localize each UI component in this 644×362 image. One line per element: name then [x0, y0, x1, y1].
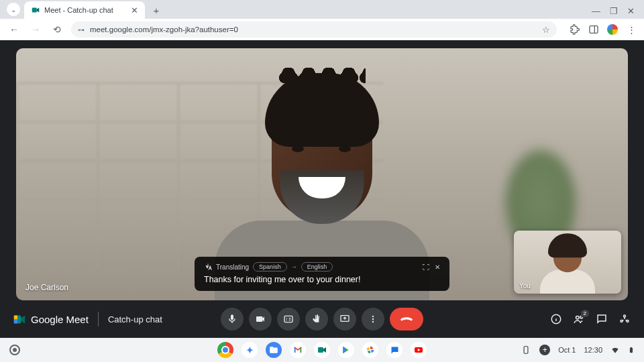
meet-app: Joe Carlson Translating Spanish → Englis… — [0, 40, 644, 338]
meet-logo-icon — [13, 314, 25, 324]
bookmark-star-icon[interactable]: ☆ — [542, 25, 550, 35]
new-tab-button[interactable]: + — [149, 3, 164, 17]
svg-point-16 — [624, 315, 626, 317]
self-view-tile[interactable]: You — [514, 231, 621, 294]
svg-rect-4 — [14, 315, 17, 319]
captions-button[interactable] — [277, 308, 300, 330]
caption-expand-icon[interactable]: ⛶ — [423, 263, 429, 271]
browser-tab[interactable]: Meet - Catch-up chat ✕ — [24, 1, 145, 19]
messages-app-icon[interactable] — [386, 342, 402, 358]
meeting-details-button[interactable] — [550, 313, 562, 325]
present-screen-button[interactable] — [333, 308, 356, 330]
main-video-tile[interactable]: Joe Carlson Translating Spanish → Englis… — [16, 48, 628, 300]
maximize-button[interactable]: ❐ — [610, 6, 618, 16]
svg-point-8 — [372, 316, 374, 317]
minimize-button[interactable]: — — [592, 6, 600, 16]
target-language-chip[interactable]: English — [301, 262, 333, 272]
battery-icon — [628, 345, 635, 355]
self-view-label: You — [519, 282, 531, 290]
more-options-button[interactable] — [362, 308, 384, 330]
forward-button[interactable]: → — [28, 22, 43, 37]
svg-rect-1 — [590, 26, 598, 34]
arrow-right-icon: → — [291, 263, 297, 270]
shelf-time: 12:30 — [584, 346, 602, 354]
profile-avatar-icon[interactable] — [606, 23, 619, 36]
back-button[interactable]: ← — [7, 22, 21, 37]
mute-mic-button[interactable] — [221, 308, 244, 330]
translated-caption-panel: Translating Spanish → English ⛶ ✕ Thanks… — [195, 257, 449, 291]
source-language-chip[interactable]: Spanish — [253, 262, 287, 272]
svg-rect-21 — [524, 347, 528, 354]
gemini-app-icon[interactable]: ✦ — [241, 342, 258, 358]
files-app-icon[interactable] — [266, 342, 282, 358]
svg-rect-22 — [630, 348, 633, 353]
right-panel-controls: 2 — [550, 313, 631, 325]
call-controls — [221, 308, 423, 330]
people-panel-button[interactable]: 2 — [573, 313, 585, 325]
gmail-app-icon[interactable] — [290, 342, 306, 358]
chrome-app-icon[interactable] — [217, 342, 233, 358]
launcher-button[interactable] — [9, 345, 20, 355]
tab-search-button[interactable]: ⌄ — [7, 3, 20, 16]
translate-icon — [204, 263, 212, 271]
meet-favicon-icon — [31, 5, 40, 15]
browser-menu-icon[interactable]: ⋮ — [625, 23, 637, 36]
shelf-date: Oct 1 — [558, 346, 576, 354]
reload-button[interactable]: ⟲ — [50, 22, 64, 37]
caption-status: Translating — [216, 263, 249, 271]
side-panel-icon[interactable] — [588, 23, 600, 36]
svg-rect-5 — [14, 319, 17, 323]
address-bar[interactable]: ⊶ meet.google.com/jmx-zgoh-jka?authuser=… — [71, 21, 557, 38]
svg-rect-6 — [284, 316, 292, 322]
quick-settings-add-icon[interactable]: + — [539, 345, 550, 355]
svg-point-10 — [372, 321, 374, 322]
svg-rect-23 — [631, 347, 632, 348]
window-controls: — ❐ ✕ — [592, 6, 644, 16]
shelf-apps: ✦ — [217, 342, 427, 358]
svg-rect-19 — [318, 347, 323, 353]
meet-app-icon[interactable] — [314, 342, 330, 358]
site-info-icon[interactable]: ⊶ — [78, 26, 85, 34]
phone-hub-icon[interactable] — [521, 345, 531, 355]
tab-close-icon[interactable]: ✕ — [131, 5, 138, 15]
url-text: meet.google.com/jmx-zgoh-jka?authuser=0 — [90, 25, 238, 34]
play-store-app-icon[interactable] — [338, 342, 354, 358]
caption-text: Thanks for inviting me over to your dinn… — [204, 275, 440, 284]
chromeos-shelf: ✦ + Oct 1 12:30 — [0, 338, 644, 362]
meeting-title: Catch-up chat — [108, 314, 162, 324]
toolbar-actions: ⋮ — [564, 23, 637, 36]
caption-close-icon[interactable]: ✕ — [435, 263, 440, 271]
raise-hand-button[interactable] — [305, 308, 328, 330]
meet-brand: Google Meet — [13, 314, 89, 325]
divider — [98, 312, 99, 326]
tab-title: Meet - Catch-up chat — [44, 6, 113, 14]
camera-button[interactable] — [249, 308, 272, 330]
brand-name: Google Meet — [31, 314, 89, 325]
svg-rect-0 — [32, 8, 37, 13]
activities-button[interactable] — [619, 313, 631, 325]
chat-panel-button[interactable] — [596, 313, 608, 325]
people-count-badge: 2 — [580, 309, 590, 318]
browser-toolbar: ← → ⟲ ⊶ meet.google.com/jmx-zgoh-jka?aut… — [0, 19, 644, 40]
extensions-icon[interactable] — [569, 23, 581, 36]
svg-point-9 — [372, 318, 374, 320]
leave-call-button[interactable] — [390, 308, 423, 330]
svg-point-14 — [576, 316, 580, 320]
browser-chrome: ⌄ Meet - Catch-up chat ✕ + — ❐ ✕ ← → ⟲ ⊶… — [0, 0, 644, 40]
youtube-app-icon[interactable] — [411, 342, 427, 358]
meet-bottom-bar: Google Meet Catch-up chat 2 — [0, 300, 644, 338]
tab-strip: ⌄ Meet - Catch-up chat ✕ + — ❐ ✕ — [0, 0, 644, 19]
system-tray[interactable]: + Oct 1 12:30 — [521, 345, 635, 355]
close-window-button[interactable]: ✕ — [627, 6, 635, 16]
wifi-icon — [610, 345, 620, 355]
participant-name-label: Joe Carlson — [25, 283, 68, 292]
photos-app-icon[interactable] — [362, 342, 378, 358]
